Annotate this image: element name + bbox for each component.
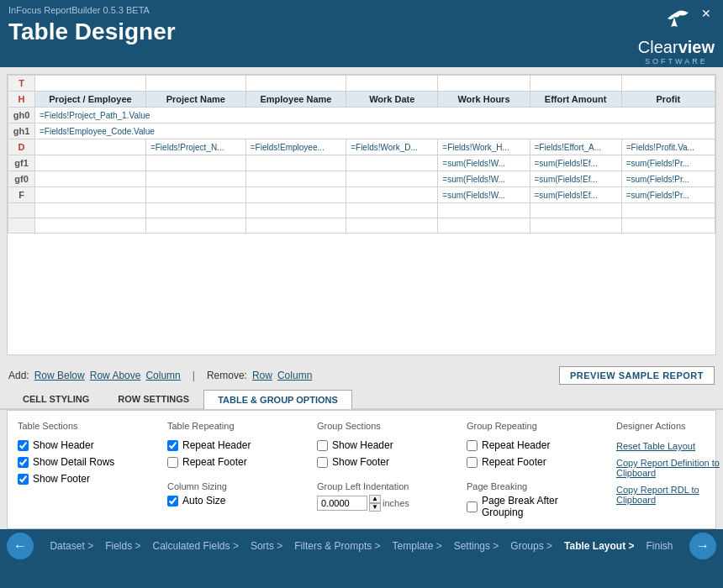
nav-filters-prompts[interactable]: Filters & Prompts > bbox=[289, 537, 385, 555]
nav-sorts[interactable]: Sorts > bbox=[245, 537, 288, 555]
copy-report-rdl-link[interactable]: Copy Report RDL to Clipboard bbox=[616, 485, 723, 505]
nav-calculated-fields[interactable]: Calculated Fields > bbox=[148, 537, 244, 555]
nav-items: Dataset > Fields > Calculated Fields > S… bbox=[34, 537, 689, 555]
nav-fields[interactable]: Fields > bbox=[100, 537, 145, 555]
page-breaking-section: Page Breaking Page Break After Grouping bbox=[467, 481, 576, 518]
settings-panel: Table Sections Show Header Show Detail R… bbox=[7, 410, 716, 529]
col-employee-name[interactable]: Employee Name bbox=[245, 92, 346, 108]
row-label-gh0: gh0 bbox=[8, 108, 35, 123]
main-content: T H Project / Employee Project Name Empl… bbox=[0, 67, 723, 529]
nav-forward-button[interactable]: → bbox=[689, 533, 716, 559]
auto-size-label: Auto Size bbox=[182, 495, 225, 507]
col-profit[interactable]: Profit bbox=[621, 92, 715, 108]
page-break-after-grouping-checkbox[interactable] bbox=[467, 501, 478, 512]
action-bar: Add: Row Below Row Above Column | Remove… bbox=[0, 362, 723, 389]
group-show-header-checkbox-row[interactable]: Show Header bbox=[317, 439, 426, 451]
show-detail-rows-checkbox-row[interactable]: Show Detail Rows bbox=[18, 456, 127, 468]
gf1-profit[interactable]: =sum(Fields!Pr... bbox=[621, 155, 715, 171]
col-effort-amount[interactable]: Effort Amount bbox=[530, 92, 621, 108]
close-button[interactable]: ✕ bbox=[696, 5, 716, 22]
auto-size-checkbox[interactable] bbox=[167, 496, 178, 507]
repeat-header-checkbox-row[interactable]: Repeat Header bbox=[167, 439, 277, 451]
nav-groups[interactable]: Groups > bbox=[505, 537, 557, 555]
row-label-gh1: gh1 bbox=[8, 123, 35, 139]
preview-report-button[interactable]: PREVIEW SAMPLE REPORT bbox=[559, 366, 715, 385]
F-profit[interactable]: =sum(Fields!Pr... bbox=[621, 187, 715, 203]
show-detail-rows-checkbox[interactable] bbox=[18, 457, 29, 468]
title-bar-left: InFocus ReportBuilder 0.5.3 BETA Table D… bbox=[8, 5, 176, 45]
d-profit-va[interactable]: =Fields!Profit.Va... bbox=[621, 139, 715, 155]
nav-settings[interactable]: Settings > bbox=[449, 537, 504, 555]
add-column-link[interactable]: Column bbox=[145, 370, 180, 381]
add-label: Add: bbox=[8, 370, 29, 381]
row-label-gf1: gf1 bbox=[8, 155, 35, 171]
repeat-footer-checkbox-row[interactable]: Repeat Footer bbox=[167, 456, 277, 468]
spinner-down-button[interactable]: ▼ bbox=[369, 503, 381, 512]
auto-size-checkbox-row[interactable]: Auto Size bbox=[167, 495, 277, 507]
nav-back-button[interactable]: ← bbox=[7, 533, 34, 559]
logo-bird-icon bbox=[659, 8, 693, 38]
gh0-field[interactable]: =Fields!Project_Path_1.Value bbox=[35, 108, 715, 123]
d-work-d[interactable]: =Fields!Work_D... bbox=[346, 139, 438, 155]
d-work-h[interactable]: =Fields!Work_H... bbox=[438, 139, 530, 155]
group-show-footer-checkbox-row[interactable]: Show Footer bbox=[317, 456, 426, 468]
col-project-employee[interactable]: Project / Employee bbox=[35, 92, 146, 108]
gf1-effort[interactable]: =sum(Fields!Ef... bbox=[530, 155, 621, 171]
group-repeat-footer-checkbox-row[interactable]: Repeat Footer bbox=[467, 456, 576, 468]
nav-dataset[interactable]: Dataset > bbox=[45, 537, 98, 555]
row-above-link[interactable]: Row Above bbox=[90, 370, 141, 381]
tab-row-settings[interactable]: ROW SETTINGS bbox=[103, 389, 203, 408]
nav-template[interactable]: Template > bbox=[388, 537, 447, 555]
reset-table-layout-link[interactable]: Reset Table Layout bbox=[616, 441, 723, 451]
gf0-work[interactable]: =sum(Fields!W... bbox=[438, 171, 530, 187]
show-header-checkbox[interactable] bbox=[18, 440, 29, 451]
copy-report-definition-link[interactable]: Copy Report Definition to Clipboard bbox=[616, 458, 723, 478]
separator: | bbox=[193, 370, 195, 381]
gh1-field[interactable]: =Fields!Employee_Code.Value bbox=[35, 123, 715, 139]
repeat-footer-label: Repeat Footer bbox=[182, 456, 247, 468]
group-show-header-checkbox[interactable] bbox=[317, 440, 328, 451]
spinner-up-button[interactable]: ▲ bbox=[369, 495, 381, 503]
row-below-link[interactable]: Row Below bbox=[34, 370, 85, 381]
group-sections-col: Group Sections Show Header Show Footer G… bbox=[317, 421, 426, 518]
col-project-name[interactable]: Project Name bbox=[145, 92, 245, 108]
group-show-footer-label: Show Footer bbox=[332, 456, 389, 468]
repeat-footer-checkbox[interactable] bbox=[167, 457, 178, 468]
col-work-date[interactable]: Work Date bbox=[346, 92, 438, 108]
column-sizing-section: Column Sizing Auto Size bbox=[167, 481, 277, 507]
table-row-gf1: gf1 =sum(Fields!W... =sum(Fields!Ef... =… bbox=[8, 155, 715, 171]
d-project-n[interactable]: =Fields!Project_N... bbox=[145, 139, 245, 155]
remove-column-link[interactable]: Column bbox=[277, 370, 312, 381]
page-break-after-grouping-row[interactable]: Page Break After Grouping bbox=[467, 495, 576, 518]
F-effort[interactable]: =sum(Fields!Ef... bbox=[530, 187, 621, 203]
tab-table-group-options[interactable]: TABLE & GROUP OPTIONS bbox=[203, 390, 352, 409]
remove-row-link[interactable]: Row bbox=[252, 370, 272, 381]
bottom-nav: ← Dataset > Fields > Calculated Fields >… bbox=[0, 529, 723, 563]
table-repeating-col: Table Repeating Repeat Header Repeat Foo… bbox=[167, 421, 277, 518]
gf1-work[interactable]: =sum(Fields!W... bbox=[438, 155, 530, 171]
group-repeat-header-checkbox-row[interactable]: Repeat Header bbox=[467, 439, 576, 451]
repeat-header-checkbox[interactable] bbox=[167, 440, 178, 451]
group-left-indentation-input[interactable] bbox=[317, 496, 367, 511]
d-employee[interactable]: =Fields!Employee... bbox=[245, 139, 346, 155]
table-row-D: D =Fields!Project_N... =Fields!Employee.… bbox=[8, 139, 715, 155]
F-work[interactable]: =sum(Fields!W... bbox=[438, 187, 530, 203]
show-header-checkbox-row[interactable]: Show Header bbox=[18, 439, 127, 451]
nav-table-layout[interactable]: Table Layout > bbox=[559, 537, 639, 555]
show-footer-checkbox[interactable] bbox=[18, 474, 29, 485]
group-show-footer-checkbox[interactable] bbox=[317, 457, 328, 468]
table-sections-col: Table Sections Show Header Show Detail R… bbox=[18, 421, 127, 518]
group-repeat-footer-checkbox[interactable] bbox=[467, 457, 478, 468]
group-repeat-header-checkbox[interactable] bbox=[467, 440, 478, 451]
show-footer-checkbox-row[interactable]: Show Footer bbox=[18, 473, 127, 485]
table-row-gh1: gh1 =Fields!Employee_Code.Value bbox=[8, 123, 715, 139]
spinner-buttons: ▲ ▼ bbox=[369, 495, 381, 512]
tab-cell-styling[interactable]: CELL STYLING bbox=[8, 389, 103, 408]
title-bar: ✕ InFocus ReportBuilder 0.5.3 BETA Table… bbox=[0, 0, 723, 67]
col-work-hours[interactable]: Work Hours bbox=[438, 92, 530, 108]
gf0-profit[interactable]: =sum(Fields!Pr... bbox=[621, 171, 715, 187]
gf0-effort[interactable]: =sum(Fields!Ef... bbox=[530, 171, 621, 187]
nav-finish[interactable]: Finish bbox=[641, 537, 678, 555]
empty-row bbox=[8, 218, 715, 234]
d-effort-a[interactable]: =Fields!Effort_A... bbox=[530, 139, 621, 155]
